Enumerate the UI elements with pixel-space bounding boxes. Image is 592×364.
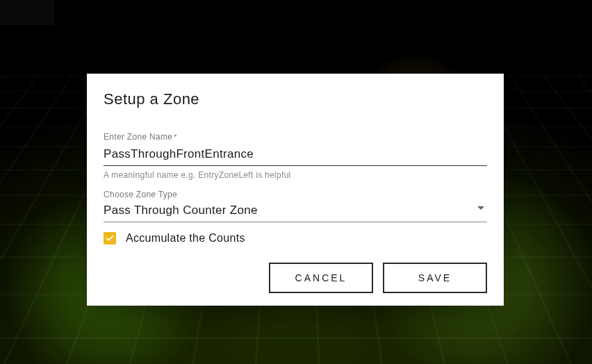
toolbar-slot xyxy=(0,0,54,25)
dialog-title: Setup a Zone xyxy=(104,90,487,108)
zone-name-field: Enter Zone Name A meaningful name e.g. E… xyxy=(104,132,487,180)
zone-name-input[interactable] xyxy=(104,144,487,166)
chevron-down-icon xyxy=(477,206,484,210)
zone-type-value: Pass Through Counter Zone xyxy=(104,202,487,222)
zone-type-label: Choose Zone Type xyxy=(104,190,487,199)
cancel-button[interactable]: CANCEL xyxy=(269,263,373,293)
zone-name-helper: A meaningful name e.g. EntryZoneLeft is … xyxy=(104,170,487,180)
check-icon xyxy=(105,233,115,243)
setup-zone-dialog: Setup a Zone Enter Zone Name A meaningfu… xyxy=(87,74,504,306)
accumulate-checkbox[interactable] xyxy=(104,232,116,245)
zone-type-field: Choose Zone Type Pass Through Counter Zo… xyxy=(104,190,487,222)
save-button[interactable]: SAVE xyxy=(383,263,487,293)
accumulate-row: Accumulate the Counts xyxy=(104,232,487,245)
dialog-actions: CANCEL SAVE xyxy=(104,263,487,293)
zone-name-label: Enter Zone Name xyxy=(104,132,487,142)
zone-type-select[interactable]: Pass Through Counter Zone xyxy=(104,202,487,222)
accumulate-label: Accumulate the Counts xyxy=(126,232,245,245)
